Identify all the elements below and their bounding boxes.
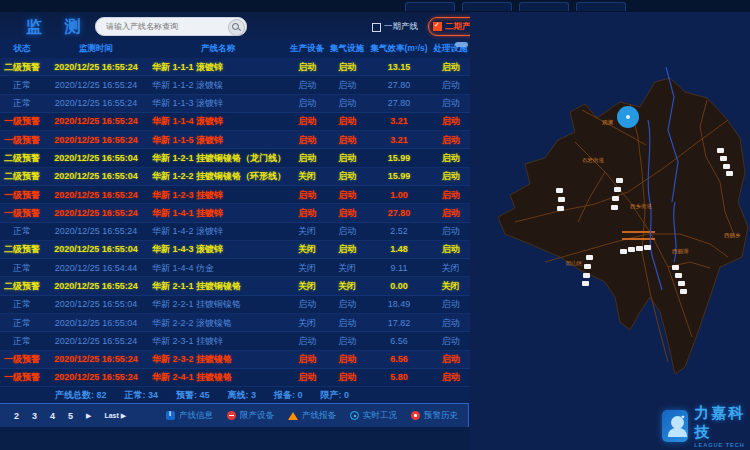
cell-proc: 启动 xyxy=(431,298,470,311)
table-row[interactable]: 正常2020/12/25 16:55:24华新 1-1-3 滚镀锌启动启动27.… xyxy=(0,95,470,113)
cell-gas: 启动 xyxy=(327,152,367,165)
factory-marker[interactable] xyxy=(680,289,687,294)
cell-proc: 启动 xyxy=(431,60,470,73)
cell-eff: 0.00 xyxy=(367,281,431,291)
table-row[interactable]: 正常2020/12/25 16:55:24华新 1-4-2 滚镀锌关闭启动2.5… xyxy=(0,223,470,241)
table-row[interactable]: 二级预警2020/12/25 16:55:04华新 1-2-1 挂镀铜镍铬（龙门… xyxy=(0,149,470,167)
cell-status: 二级预警 xyxy=(0,280,44,293)
table-row[interactable]: 正常2020/12/25 16:54:44华新 1-4-4 仿金关闭关闭9.11… xyxy=(0,259,470,277)
table-row[interactable]: 正常2020/12/25 16:55:24华新 2-3-1 挂镀锌启动启动6.5… xyxy=(0,332,470,350)
factory-marker[interactable] xyxy=(586,255,593,260)
factory-marker[interactable] xyxy=(678,281,685,286)
realtime-icon xyxy=(350,411,359,420)
cell-proc: 启动 xyxy=(431,316,470,329)
cell-status: 正常 xyxy=(0,334,44,347)
toolbar-button-realtime[interactable]: 实时工况 xyxy=(350,410,397,422)
factory-marker[interactable] xyxy=(726,171,733,176)
cell-prod: 关闭 xyxy=(287,170,327,183)
factory-marker[interactable] xyxy=(583,273,590,278)
factory-marker[interactable] xyxy=(614,187,621,192)
alert-marker[interactable] xyxy=(617,106,639,128)
factory-marker[interactable] xyxy=(628,247,635,252)
factory-marker[interactable] xyxy=(611,205,618,210)
cell-name: 华新 1-2-2 挂镀铜镍铬（环形线） xyxy=(152,170,286,183)
monitoring-dashboard: 监 测 一期产线 二期产线 状态 监测时间 产线名称 生产设备 集气设施 集气效… xyxy=(0,0,750,450)
phase1-checkbox[interactable]: 一期产线 xyxy=(372,21,418,33)
page-button[interactable]: 2 xyxy=(14,411,19,421)
cell-status: 正常 xyxy=(0,225,44,238)
cell-status: 二级预警 xyxy=(0,152,44,165)
table-row[interactable]: 正常2020/12/25 16:55:04华新 2-2-1 挂镀铜镍铬启动启动1… xyxy=(0,296,470,314)
cell-gas: 启动 xyxy=(327,206,367,219)
col-time: 监测时间 xyxy=(44,43,148,55)
factory-marker[interactable] xyxy=(723,164,730,169)
top-tab[interactable] xyxy=(462,2,512,11)
factory-marker[interactable] xyxy=(557,206,564,211)
factory-marker[interactable] xyxy=(584,264,591,269)
factory-marker[interactable] xyxy=(636,246,643,251)
cell-prod: 启动 xyxy=(287,97,327,110)
cell-eff: 17.82 xyxy=(367,318,431,328)
table-row[interactable]: 一级预警2020/12/25 16:55:24华新 1-1-4 滚镀锌启动启动3… xyxy=(0,113,470,131)
search-button[interactable] xyxy=(228,19,245,36)
top-tab[interactable] xyxy=(576,2,626,11)
cell-gas: 启动 xyxy=(327,170,367,183)
search-input[interactable] xyxy=(104,19,226,34)
scrollbar-thumb[interactable] xyxy=(455,42,468,47)
cell-name: 华新 1-1-3 滚镀锌 xyxy=(152,97,286,110)
factory-marker[interactable] xyxy=(612,196,619,201)
factory-marker[interactable] xyxy=(556,188,563,193)
toolbar-button-label: 实时工况 xyxy=(363,410,397,422)
last-page-button[interactable]: Last ▶ xyxy=(104,412,126,420)
cell-eff: 6.56 xyxy=(367,354,431,364)
page-button[interactable]: 5 xyxy=(68,411,73,421)
cell-gas: 启动 xyxy=(327,371,367,384)
table-row[interactable]: 一级预警2020/12/25 16:55:24华新 1-4-1 挂镀锌启动启动2… xyxy=(0,204,470,222)
cell-time: 2020/12/25 16:55:04 xyxy=(44,299,148,309)
factory-marker[interactable] xyxy=(717,148,724,153)
page-button[interactable]: 3 xyxy=(32,411,37,421)
table-row[interactable]: 二级预警2020/12/25 16:55:24华新 1-1-1 滚镀锌启动启动1… xyxy=(0,58,470,76)
table-row[interactable]: 正常2020/12/25 16:55:04华新 2-2-2 滚镀镍铬关闭启动17… xyxy=(0,314,470,332)
table-row[interactable]: 一级预警2020/12/25 16:55:24华新 2-3-2 挂镀镍铬启动启动… xyxy=(0,351,470,369)
cell-eff: 3.21 xyxy=(367,116,431,126)
table-row[interactable]: 一级预警2020/12/25 16:55:24华新 1-2-3 挂镀锌启动启动1… xyxy=(0,186,470,204)
factory-marker[interactable] xyxy=(616,178,623,183)
factory-marker[interactable] xyxy=(720,156,727,161)
table-row[interactable]: 正常2020/12/25 16:55:24华新 1-1-2 滚镀镍启动启动27.… xyxy=(0,76,470,94)
table-row[interactable]: 一级预警2020/12/25 16:55:24华新 2-4-1 挂镀镍铬启动启动… xyxy=(0,369,470,387)
toolbar-button-info[interactable]: 产线信息 xyxy=(166,410,213,422)
summary-item: 预警: 45 xyxy=(176,389,210,402)
cell-prod: 启动 xyxy=(287,133,327,146)
toolbar-button-report[interactable]: 产线报备 xyxy=(288,410,336,422)
cell-gas: 启动 xyxy=(327,225,367,238)
cell-gas: 启动 xyxy=(327,353,367,366)
cell-time: 2020/12/25 16:55:04 xyxy=(44,153,148,163)
next-page-button[interactable]: ▶ xyxy=(86,412,91,420)
toolbar-button-limit[interactable]: 限产设备 xyxy=(227,410,274,422)
table-row[interactable]: 二级预警2020/12/25 16:55:24华新 2-1-1 挂镀铜镍铬关闭关… xyxy=(0,277,470,295)
page-button[interactable]: 4 xyxy=(50,411,55,421)
table-row[interactable]: 一级预警2020/12/25 16:55:24华新 1-1-5 滚镀锌启动启动3… xyxy=(0,131,470,149)
table-row[interactable]: 二级预警2020/12/25 16:55:04华新 1-4-3 滚镀锌关闭启动1… xyxy=(0,241,470,259)
cell-gas: 启动 xyxy=(327,78,367,91)
cell-prod: 启动 xyxy=(287,353,327,366)
factory-marker[interactable] xyxy=(620,249,627,254)
cell-gas: 启动 xyxy=(327,316,367,329)
factory-marker[interactable] xyxy=(672,265,679,270)
cell-gas: 启动 xyxy=(327,115,367,128)
cell-gas: 启动 xyxy=(327,60,367,73)
top-tab[interactable] xyxy=(405,2,455,11)
cell-name: 华新 2-3-2 挂镀镍铬 xyxy=(152,353,286,366)
cell-prod: 启动 xyxy=(287,78,327,91)
factory-marker[interactable] xyxy=(675,273,682,278)
table-body: 二级预警2020/12/25 16:55:24华新 1-1-1 滚镀锌启动启动1… xyxy=(0,58,470,387)
table-row[interactable]: 二级预警2020/12/25 16:55:04华新 1-2-2 挂镀铜镍铬（环形… xyxy=(0,168,470,186)
map-place-label: 西丽乡 xyxy=(724,232,741,239)
factory-marker[interactable] xyxy=(558,197,565,202)
district-map[interactable]: 石岩街道观澜西乡街道阳山区西丽湖西丽乡 xyxy=(470,12,750,450)
factory-marker[interactable] xyxy=(644,245,651,250)
toolbar-button-alarm[interactable]: 预警历史 xyxy=(411,410,458,422)
top-tab[interactable] xyxy=(519,2,569,11)
factory-marker[interactable] xyxy=(582,281,589,286)
